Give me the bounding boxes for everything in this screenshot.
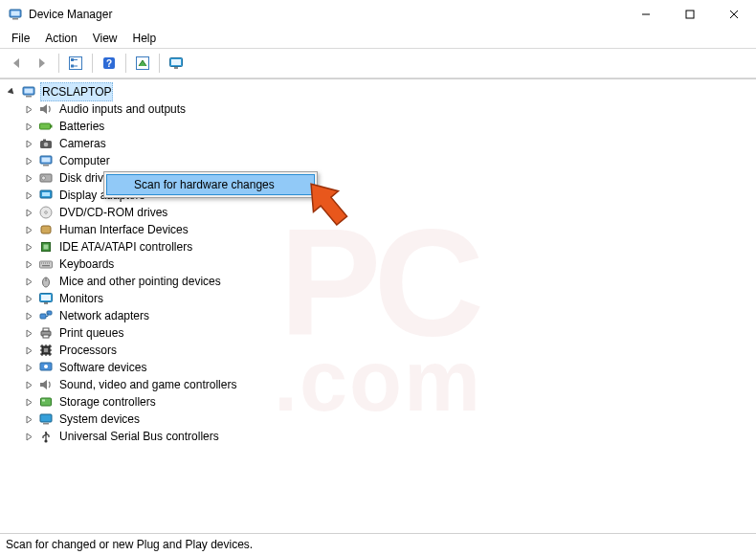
disclosure-collapsed-icon[interactable] xyxy=(23,189,34,201)
tree-category-node[interactable]: Storage controllers xyxy=(23,393,756,411)
tree-category-node[interactable]: DVD/CD-ROM drives xyxy=(23,204,756,221)
computer-icon xyxy=(38,153,54,168)
disclosure-collapsed-icon[interactable] xyxy=(23,121,34,132)
tree-category-node[interactable]: Universal Serial Bus controllers xyxy=(23,428,756,445)
tree-category-node[interactable]: Computer xyxy=(23,152,756,169)
disclosure-collapsed-icon[interactable] xyxy=(23,138,34,149)
tree-category-label: IDE ATA/ATAPI controllers xyxy=(57,238,194,255)
keyboard-icon xyxy=(38,256,54,272)
context-menu-scan-hardware[interactable]: Scan for hardware changes xyxy=(106,174,315,195)
tree-category-label: Software devices xyxy=(57,359,148,376)
tree-category-node[interactable]: Software devices xyxy=(23,359,756,376)
tree-category-node[interactable]: Print queues xyxy=(23,324,756,342)
disclosure-collapsed-icon[interactable] xyxy=(23,258,34,270)
window-title: Device Manager xyxy=(29,8,624,21)
speaker-icon xyxy=(38,101,54,117)
toolbar-separator xyxy=(125,54,126,73)
toolbar-forward-button[interactable] xyxy=(30,52,55,75)
tree-category-node[interactable]: Cameras xyxy=(23,135,756,152)
disclosure-expanded-icon[interactable] xyxy=(6,86,17,98)
toolbar-scan-hardware-button[interactable] xyxy=(130,52,155,75)
menu-view[interactable]: View xyxy=(85,30,125,47)
disk-icon xyxy=(38,170,54,186)
disclosure-collapsed-icon[interactable] xyxy=(23,362,34,373)
tree-category-label: Processors xyxy=(57,342,119,359)
disclosure-collapsed-icon[interactable] xyxy=(23,396,34,408)
tree-category-node[interactable]: Network adapters xyxy=(23,307,756,324)
disclosure-collapsed-icon[interactable] xyxy=(23,207,34,218)
tree-category-node[interactable]: System devices xyxy=(23,411,756,428)
tree-category-node[interactable]: Audio inputs and outputs xyxy=(23,100,756,118)
device-tree: RCSLAPTOP Audio inputs and outputsBatter… xyxy=(6,83,756,445)
usb-icon xyxy=(38,429,54,444)
tree-category-label: Audio inputs and outputs xyxy=(57,100,188,118)
tree-category-node[interactable]: IDE ATA/ATAPI controllers xyxy=(23,238,756,255)
tree-category-node[interactable]: Mice and other pointing devices xyxy=(23,273,756,290)
tree-root-node[interactable]: RCSLAPTOP xyxy=(6,83,756,100)
menubar: File Action View Help xyxy=(0,29,756,48)
disclosure-collapsed-icon[interactable] xyxy=(23,310,34,322)
tree-category-node[interactable]: Keyboards xyxy=(23,255,756,273)
disclosure-collapsed-icon[interactable] xyxy=(23,344,34,356)
sound-controller-icon xyxy=(38,377,54,392)
tree-category-node[interactable]: Human Interface Devices xyxy=(23,221,756,238)
disclosure-collapsed-icon[interactable] xyxy=(23,293,34,304)
tree-category-label: Batteries xyxy=(57,118,106,135)
context-menu: Scan for hardware changes xyxy=(103,171,318,198)
tree-category-label: Network adapters xyxy=(57,307,151,324)
computer-icon xyxy=(21,84,36,100)
disclosure-collapsed-icon[interactable] xyxy=(23,379,34,390)
statusbar: Scan for changed or new Plug and Play de… xyxy=(0,534,756,555)
tree-category-label: Universal Serial Bus controllers xyxy=(57,428,221,445)
menu-help[interactable]: Help xyxy=(125,30,165,47)
printer-icon xyxy=(38,325,54,341)
tree-category-label: Cameras xyxy=(57,135,108,152)
device-tree-pane[interactable]: PC .com RCSLAPTOP Audio inputs and outpu… xyxy=(0,78,756,534)
disclosure-collapsed-icon[interactable] xyxy=(23,103,34,115)
device-manager-window: Device Manager File Action View Help xyxy=(0,0,756,555)
hid-icon xyxy=(38,222,54,237)
svg-rect-49 xyxy=(686,11,694,18)
tree-root-label: RCSLAPTOP xyxy=(40,82,113,101)
close-button[interactable] xyxy=(712,0,756,29)
tree-category-label: Human Interface Devices xyxy=(57,221,190,238)
statusbar-text: Scan for changed or new Plug and Play de… xyxy=(6,538,253,551)
tree-category-node[interactable]: Batteries xyxy=(23,118,756,135)
toolbar-show-hide-tree-button[interactable] xyxy=(63,52,88,75)
toolbar-monitor-button[interactable] xyxy=(164,52,189,75)
software-device-icon xyxy=(38,360,54,375)
app-icon xyxy=(8,7,23,22)
disclosure-collapsed-icon[interactable] xyxy=(23,224,34,235)
display-adapter-icon xyxy=(38,188,54,203)
window-controls xyxy=(624,0,756,29)
disclosure-collapsed-icon[interactable] xyxy=(23,155,34,166)
disclosure-collapsed-icon[interactable] xyxy=(23,172,34,184)
disclosure-collapsed-icon[interactable] xyxy=(23,431,34,442)
tree-category-label: Mice and other pointing devices xyxy=(57,273,223,290)
tree-category-label: Sound, video and game controllers xyxy=(57,376,238,393)
menu-file[interactable]: File xyxy=(4,30,37,47)
toolbar-help-button[interactable] xyxy=(97,52,122,75)
tree-category-label: Monitors xyxy=(57,290,105,307)
tree-category-node[interactable]: Sound, video and game controllers xyxy=(23,376,756,393)
maximize-button[interactable] xyxy=(668,0,712,29)
tree-category-label: Keyboards xyxy=(57,255,116,273)
system-device-icon xyxy=(38,411,54,427)
optical-drive-icon xyxy=(38,205,54,220)
disclosure-collapsed-icon[interactable] xyxy=(23,276,34,287)
storage-controller-icon xyxy=(38,394,54,410)
tree-category-node[interactable]: Processors xyxy=(23,342,756,359)
toolbar xyxy=(0,49,756,78)
menu-action[interactable]: Action xyxy=(37,30,84,47)
disclosure-collapsed-icon[interactable] xyxy=(23,241,34,253)
disclosure-collapsed-icon[interactable] xyxy=(23,327,34,339)
processor-icon xyxy=(38,343,54,358)
toolbar-separator xyxy=(159,54,160,73)
toolbar-back-button[interactable] xyxy=(4,52,29,75)
minimize-button[interactable] xyxy=(624,0,668,29)
tree-category-node[interactable]: Monitors xyxy=(23,290,756,307)
disclosure-collapsed-icon[interactable] xyxy=(23,413,34,425)
mouse-icon xyxy=(38,274,54,289)
monitor-icon xyxy=(38,291,54,306)
toolbar-separator xyxy=(92,54,93,73)
